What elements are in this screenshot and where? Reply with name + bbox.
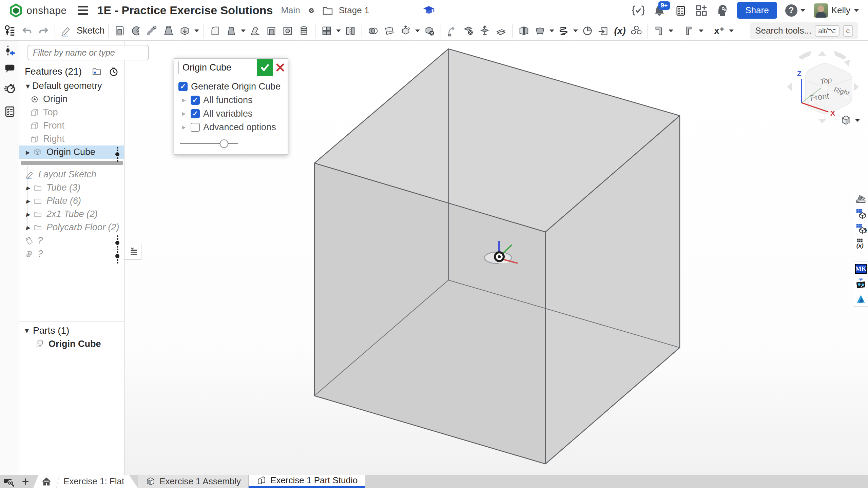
rollback-bar[interactable] bbox=[21, 161, 123, 165]
tree-item-right-plane[interactable]: Right bbox=[19, 132, 124, 145]
feature-list-flyout-button[interactable] bbox=[124, 243, 141, 260]
tree-item-origin-cube[interactable]: ▸ Origin Cube bbox=[19, 145, 124, 159]
tree-item-polycarb-floor-folder[interactable]: ▸ Polycarb Floor (2) bbox=[19, 221, 124, 234]
chamfer-button[interactable] bbox=[224, 23, 239, 39]
tree-item-2x1-tube-folder[interactable]: ▸ 2x1 Tube (2) bbox=[19, 208, 124, 221]
tree-item-top-plane[interactable]: Top bbox=[19, 106, 124, 119]
view-cube[interactable]: Z X Top Front Right bbox=[780, 44, 865, 129]
tree-item-plate-folder[interactable]: ▸ Plate (6) bbox=[19, 194, 124, 208]
tasks-icon[interactable] bbox=[674, 4, 687, 17]
configurations-icon[interactable] bbox=[0, 102, 19, 121]
chamfer-dropdown[interactable] bbox=[240, 23, 247, 39]
tree-item-default-geometry[interactable]: ▾ Default geometry bbox=[19, 79, 124, 93]
onshape-logo[interactable]: onshape bbox=[9, 3, 67, 18]
all-variables-row[interactable]: ▸ ✓ All variables bbox=[178, 107, 284, 120]
thicken-dropdown[interactable] bbox=[193, 23, 200, 39]
chevron-right-icon[interactable]: ▸ bbox=[23, 196, 32, 206]
feature-name-input[interactable]: Origin Cube bbox=[178, 61, 257, 74]
sketch-button[interactable] bbox=[58, 23, 74, 39]
delete-face-button[interactable] bbox=[461, 23, 476, 39]
offset-surface-button[interactable] bbox=[493, 23, 509, 39]
flange-button[interactable] bbox=[681, 23, 697, 39]
tree-item-unresolved-2[interactable]: ? bbox=[19, 247, 124, 260]
flange-dropdown[interactable] bbox=[698, 23, 705, 39]
tree-item-layout-sketch[interactable]: Layout Sketch bbox=[19, 168, 124, 181]
chevron-down-icon[interactable]: ▾ bbox=[23, 81, 32, 91]
redo-button[interactable] bbox=[36, 23, 51, 39]
triangle-app-icon[interactable] bbox=[854, 291, 868, 306]
draft-button[interactable] bbox=[247, 23, 263, 39]
tree-item-tube-folder[interactable]: ▸ Tube (3) bbox=[19, 181, 124, 194]
shell-button[interactable] bbox=[264, 23, 279, 39]
advanced-options-row[interactable]: ▸ Advanced options bbox=[178, 120, 284, 134]
chevron-right-icon[interactable]: ▸ bbox=[180, 96, 187, 104]
fillet-button[interactable] bbox=[207, 23, 223, 39]
insert-feature-icon[interactable] bbox=[0, 41, 19, 60]
boolean-button[interactable] bbox=[319, 23, 334, 39]
tab-exercise-1-part-studio[interactable]: Exercise 1 Part Studio bbox=[249, 475, 365, 488]
grid-variable-icon[interactable]: (x) bbox=[854, 236, 868, 251]
main-menu-button[interactable] bbox=[78, 6, 88, 15]
history-icon[interactable] bbox=[0, 79, 19, 98]
ai-advisor-icon[interactable] bbox=[716, 4, 729, 17]
cancel-button[interactable] bbox=[273, 59, 288, 76]
feature-history-icon[interactable] bbox=[108, 66, 119, 77]
chevron-right-icon[interactable]: ▸ bbox=[23, 148, 32, 157]
all-variables-checkbox[interactable]: ✓ bbox=[191, 109, 200, 118]
hole-button[interactable] bbox=[280, 23, 295, 39]
robot-icon[interactable] bbox=[854, 276, 868, 291]
new-tab-button[interactable]: + bbox=[18, 475, 33, 488]
tree-item-unresolved-1[interactable]: ? bbox=[19, 234, 124, 247]
chevron-right-icon[interactable]: ▸ bbox=[180, 123, 187, 132]
cube-derive-icon[interactable]: } bbox=[854, 221, 868, 236]
loft-button[interactable] bbox=[161, 23, 176, 39]
modify-fillet-button[interactable] bbox=[444, 23, 460, 39]
split-button[interactable] bbox=[343, 23, 358, 39]
intersect-button[interactable] bbox=[365, 23, 381, 39]
extrude-button[interactable] bbox=[112, 23, 128, 39]
helix-dropdown[interactable] bbox=[572, 23, 579, 39]
chevron-right-icon[interactable]: ▸ bbox=[23, 223, 32, 232]
slider-knob[interactable] bbox=[220, 139, 228, 148]
cube-table-icon[interactable] bbox=[854, 206, 868, 221]
link-icon[interactable] bbox=[306, 5, 316, 16]
graphics-viewport[interactable] bbox=[19, 41, 868, 475]
pattern-button[interactable] bbox=[532, 23, 548, 39]
variable-button[interactable]: (x) bbox=[612, 23, 628, 39]
transform-dropdown[interactable] bbox=[414, 23, 421, 39]
comments-icon[interactable] bbox=[0, 60, 19, 79]
sheet-metal-dropdown[interactable] bbox=[668, 23, 674, 39]
mirror-button[interactable] bbox=[516, 23, 532, 39]
boolean-dropdown[interactable] bbox=[335, 23, 342, 39]
tab-exercise-1-flat[interactable]: Exercise 1: Flat bbox=[33, 475, 138, 488]
user-menu[interactable]: Kelly bbox=[814, 3, 859, 18]
search-tools-box[interactable]: Search tools... alt/⌥ c bbox=[750, 22, 858, 39]
undo-button[interactable] bbox=[19, 23, 35, 39]
learning-center-icon[interactable] bbox=[423, 5, 435, 16]
drag-handle[interactable] bbox=[115, 147, 119, 162]
generate-origin-cube-row[interactable]: ✓ Generate Origin Cube bbox=[178, 80, 284, 93]
all-functions-row[interactable]: ▸ ✓ All functions bbox=[178, 93, 284, 107]
apps-grid-icon[interactable] bbox=[695, 4, 708, 17]
appearance-icon[interactable] bbox=[854, 191, 868, 206]
help-menu[interactable]: ? bbox=[785, 4, 806, 17]
featurescript-icon[interactable] bbox=[632, 4, 645, 17]
share-button[interactable]: Share bbox=[737, 2, 777, 19]
sketch-label[interactable]: Sketch bbox=[77, 25, 105, 36]
all-functions-checkbox[interactable]: ✓ bbox=[191, 96, 200, 105]
surface-button[interactable] bbox=[382, 23, 397, 39]
chevron-right-icon[interactable]: ▸ bbox=[180, 109, 187, 118]
view-options-button[interactable] bbox=[840, 114, 860, 126]
generate-origin-cube-checkbox[interactable]: ✓ bbox=[178, 82, 188, 91]
chevron-right-icon[interactable]: ▸ bbox=[23, 210, 32, 219]
part-instances-button[interactable] bbox=[629, 23, 644, 39]
thicken-button[interactable] bbox=[177, 23, 193, 39]
helix-button[interactable] bbox=[556, 23, 572, 39]
thread-button[interactable] bbox=[296, 23, 312, 39]
import-button[interactable] bbox=[596, 23, 612, 39]
branch-label[interactable]: Main bbox=[281, 5, 300, 16]
revolve-button[interactable] bbox=[128, 23, 144, 39]
workspace-label[interactable]: Stage 1 bbox=[339, 5, 369, 16]
custom-feature-dropdown[interactable] bbox=[728, 23, 735, 39]
transform-button[interactable] bbox=[398, 23, 413, 39]
